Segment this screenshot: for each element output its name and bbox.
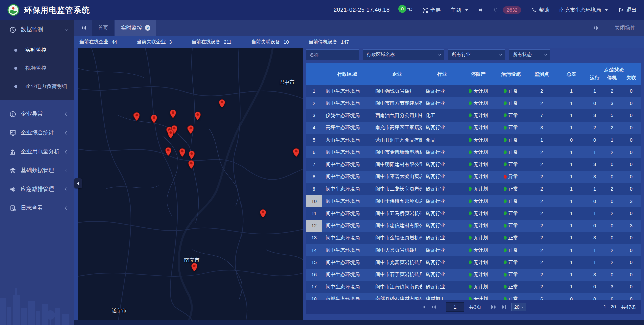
cell-stopped: 2	[603, 244, 621, 257]
skyline-decoration	[0, 275, 74, 325]
prev-page-icon	[431, 305, 436, 309]
page-size-select[interactable]: 20	[511, 303, 526, 311]
help-button[interactable]: 帮助	[531, 7, 549, 14]
tabs-scroll-left-button[interactable]	[80, 25, 87, 30]
first-page-button[interactable]	[421, 305, 426, 309]
tab-0[interactable]: 首页	[92, 20, 114, 36]
table-row[interactable]: 12阆中生态环境局阆中市忠信建材有限公砖瓦行业无计划正常21003	[306, 220, 641, 232]
mute-button[interactable]	[478, 8, 483, 12]
prev-page-button[interactable]	[431, 305, 436, 309]
cell-total-meters: 1	[556, 269, 586, 281]
sidebar-subitem-0-1[interactable]: 视频监控	[0, 59, 74, 77]
cell-industry: 砖瓦行业	[422, 171, 462, 183]
page-number-input[interactable]	[446, 302, 464, 312]
map-pin[interactable]	[167, 129, 174, 139]
map-pin[interactable]	[219, 99, 225, 108]
sidebar-item-3[interactable]: 企业用电量分析	[0, 142, 74, 161]
cell-stopped: 3	[603, 97, 621, 110]
map-pin[interactable]	[188, 150, 195, 159]
status-dot	[504, 224, 507, 228]
cell-stopped: 2	[603, 183, 621, 195]
table-row[interactable]: 11阆中生态环境局阆中市五马桥页岩机砖砖瓦行业无计划正常21120	[306, 207, 641, 220]
cell-limit-status: 无计划	[462, 195, 495, 208]
table-row[interactable]: 14阆中生态环境局阆中大兴页岩机砖厂砖瓦行业无计划正常21120	[306, 244, 641, 257]
cell-region: 南部生态环境局	[322, 293, 372, 300]
theme-dropdown[interactable]: 主题	[451, 7, 468, 14]
row-number: 16	[306, 269, 322, 281]
cell-region: 阆中生态环境局	[322, 195, 372, 208]
cell-total-meters: 1	[556, 85, 586, 97]
table-row[interactable]: 8阆中生态环境局阆中市枣碧大梁山页岩砖瓦行业无计划异常21300	[306, 171, 641, 183]
map[interactable]: 巴中市南充市遂宁市	[78, 48, 303, 320]
table-row[interactable]: 4高坪生态环境局南充市高坪区王家店建砖瓦行业无计划正常31220	[306, 122, 641, 134]
table-row[interactable]: 16阆中生态环境局阆中市石子页岩机砖厂砖瓦行业无计划正常21300	[306, 269, 641, 281]
sidebar-item-0[interactable]: 数据监测	[0, 20, 74, 39]
sidebar-item-5[interactable]: 应急减排管理	[0, 180, 74, 199]
stat-item-3: 当前失联设备:10	[251, 39, 289, 45]
cell-running: 1	[586, 207, 603, 220]
status-dot	[469, 260, 472, 264]
table-row[interactable]: 10阆中生态环境局阆中千佛镇五郎垭页岩砖瓦行业无计划正常21003	[306, 195, 641, 208]
table-row[interactable]: 7阆中生态环境局阆中明阳建材有限公司砖瓦行业无计划正常21300	[306, 158, 641, 171]
table-row[interactable]: 3仪陇生态环境局西南油气田分公司川中化工无计划正常71350	[306, 109, 641, 122]
close-operations-dropdown[interactable]: 关闭操作	[614, 24, 635, 32]
row-number: 17	[306, 281, 322, 293]
status-select[interactable]: 所有状态	[509, 49, 550, 60]
table-row[interactable]: 6阆中生态环境局阆中市金博瑞新型墙材砖瓦行业无计划正常21120	[306, 146, 641, 159]
map-pin[interactable]	[260, 209, 266, 218]
sidebar-item-4[interactable]: 基础数据管理	[0, 161, 74, 180]
cell-stopped: 5	[603, 109, 621, 122]
megaphone-icon	[9, 186, 16, 193]
map-pin[interactable]	[179, 148, 186, 157]
table-row[interactable]: 13阆中生态环境局阆中市金福旺页岩机砖砖瓦行业无计划正常21300	[306, 232, 641, 244]
table-row[interactable]: 2阆中生态环境局阆中市南方节能建材有砖瓦行业无计划正常21030	[306, 97, 641, 110]
map-pin[interactable]	[151, 114, 157, 123]
name-filter-input[interactable]	[309, 52, 356, 57]
chevron-left-icon	[77, 181, 79, 185]
chevron-down-icon	[499, 53, 502, 55]
notifications[interactable]: 2632	[493, 6, 521, 14]
table-row[interactable]: 9阆中生态环境局阆中市二龙长宝页岩砖砖瓦行业无计划正常21120	[306, 183, 641, 195]
table-row[interactable]: 5营山生态环境局营山县润丰肉食品有限食品无计划正常10010	[306, 134, 641, 146]
table-row[interactable]: 17阆中生态环境局阆中市江南镇阆南页岩砖瓦行业无计划正常21030	[306, 281, 641, 293]
row-number: 12	[306, 220, 322, 232]
map-pin[interactable]	[170, 110, 176, 119]
next-page-button[interactable]	[491, 305, 497, 309]
cell-company: 阆中市金博瑞新型墙材	[372, 146, 422, 159]
map-pin[interactable]	[191, 263, 198, 272]
cell-limit-status: 无计划	[462, 183, 495, 195]
organization-dropdown[interactable]: 南充市生态环境局	[559, 7, 608, 14]
cell-running: 1	[586, 85, 603, 97]
logout-button[interactable]: 退出	[618, 7, 637, 14]
status-dot	[504, 248, 507, 252]
cell-offline: 0	[621, 134, 641, 146]
map-pin[interactable]	[187, 125, 194, 134]
status-dot	[504, 297, 507, 300]
table-row[interactable]: 15阆中生态环境局阆中市光富页岩机砖厂砖瓦行业无计划正常21120	[306, 256, 641, 269]
map-pin[interactable]	[133, 112, 140, 121]
cell-region: 营山生态环境局	[322, 134, 372, 146]
tabs-scroll-right-button[interactable]	[593, 25, 599, 30]
row-number: 10	[306, 195, 322, 208]
tab-close-icon[interactable]: ×	[145, 25, 150, 31]
table-row[interactable]: 1阆中生态环境局阆中强锐页岩砖厂砖瓦行业无计划正常21120	[306, 85, 641, 97]
chevron-left-icon	[65, 187, 68, 191]
region-select[interactable]: 行政区域名称	[363, 49, 444, 60]
last-page-button[interactable]	[501, 305, 506, 309]
sidebar-subitem-0-0[interactable]: 实时监控	[0, 41, 74, 59]
industry-select[interactable]: 所有行业	[448, 49, 505, 60]
map-pin[interactable]	[293, 148, 300, 157]
cell-offline: 0	[621, 109, 641, 122]
fullscreen-button[interactable]: 全屏	[422, 7, 441, 14]
map-pin[interactable]	[165, 147, 172, 156]
sidebar-item-2[interactable]: 企业综合统计	[0, 123, 74, 142]
row-number: 2	[306, 97, 322, 110]
map-pin[interactable]	[188, 160, 195, 169]
map-collapse-handle[interactable]	[74, 178, 82, 188]
table-row[interactable]: 18南部生态环境局南部县砂石建材有限公建材加工无计划正常60060	[306, 293, 641, 300]
map-pin[interactable]	[194, 111, 201, 120]
sidebar-subitem-0-2[interactable]: 企业电力负荷明细	[0, 77, 74, 95]
sidebar-item-6[interactable]: 日志查看	[0, 199, 74, 217]
tab-1[interactable]: 实时监控×	[115, 20, 156, 36]
sidebar-item-1[interactable]: 企业异常	[0, 105, 74, 123]
